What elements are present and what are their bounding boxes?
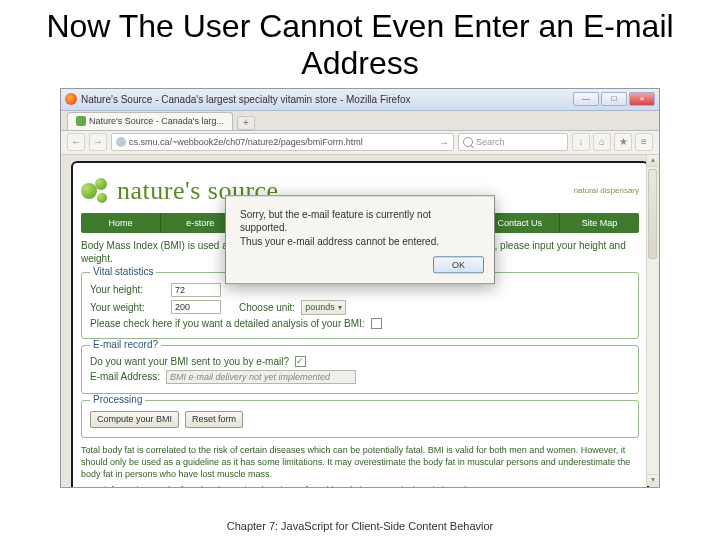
vertical-scrollbar[interactable]: ▴ ▾ — [646, 155, 658, 486]
search-placeholder: Search — [476, 137, 505, 147]
menu-icon[interactable]: ≡ — [635, 133, 653, 151]
url-text: cs.smu.ca/~webbook2e/ch07/nature2/pages/… — [129, 137, 363, 147]
height-input[interactable]: 72 — [171, 283, 221, 297]
vital-legend: Vital statistics — [90, 266, 156, 277]
maximize-button[interactable]: □ — [601, 92, 627, 106]
scroll-down-icon[interactable]: ▾ — [647, 474, 658, 486]
nav-sitemap[interactable]: Site Map — [560, 213, 639, 233]
scroll-thumb[interactable] — [648, 169, 657, 259]
forward-button[interactable]: → — [89, 133, 107, 151]
disclaimer-text: Total body fat is correlated to the risk… — [81, 444, 639, 480]
minimize-button[interactable]: — — [573, 92, 599, 106]
url-input[interactable]: cs.smu.ca/~webbook2e/ch07/nature2/pages/… — [111, 133, 454, 151]
weight-input[interactable]: 200 — [171, 300, 221, 314]
downloads-icon[interactable]: ↓ — [572, 133, 590, 151]
brand-tagline: natural dispensary — [574, 186, 639, 195]
email-legend: E-mail record? — [90, 339, 161, 350]
email-input[interactable]: BMI e-mail delivery not yet implemented — [166, 370, 356, 384]
want-email-label: Do you want your BMI sent to you by e-ma… — [90, 356, 289, 367]
nav-home[interactable]: Home — [81, 213, 161, 233]
email-fieldset: E-mail record? Do you want your BMI sent… — [81, 345, 639, 394]
detail-label: Please check here if you want a detailed… — [90, 318, 365, 329]
browser-screenshot: Nature's Source - Canada's largest speci… — [60, 88, 660, 488]
close-button[interactable]: × — [629, 92, 655, 106]
processing-fieldset: Processing Compute your BMI Reset form — [81, 400, 639, 438]
tab-strip: Nature's Source - Canada's larg... + — [61, 111, 659, 131]
window-titlebar: Nature's Source - Canada's largest speci… — [61, 89, 659, 111]
email-addr-label: E-mail Address: — [90, 371, 160, 382]
compute-button[interactable]: Compute your BMI — [90, 411, 179, 428]
alert-ok-button[interactable]: OK — [433, 257, 484, 274]
detail-checkbox[interactable] — [371, 318, 382, 329]
unit-select[interactable]: pounds — [301, 300, 346, 315]
alert-dialog: Sorry, but the e-mail feature is current… — [225, 195, 495, 285]
want-email-checkbox[interactable] — [295, 356, 306, 367]
go-icon: → — [439, 137, 449, 148]
back-button[interactable]: ← — [67, 133, 85, 151]
bookmark-icon[interactable]: ★ — [614, 133, 632, 151]
firefox-icon — [65, 93, 77, 105]
new-tab-button[interactable]: + — [237, 116, 255, 130]
weight-label: Your weight: — [90, 302, 165, 313]
tab-label: Nature's Source - Canada's larg... — [89, 116, 224, 126]
search-icon — [463, 137, 473, 147]
address-bar: ← → cs.smu.ca/~webbook2e/ch07/nature2/pa… — [61, 131, 659, 155]
home-icon[interactable]: ⌂ — [593, 133, 611, 151]
slide-footer: Chapter 7: JavaScript for Client-Side Co… — [0, 520, 720, 532]
globe-icon — [116, 137, 126, 147]
slide-title: Now The User Cannot Even Enter an E-mail… — [0, 0, 720, 88]
reset-button[interactable]: Reset form — [185, 411, 243, 428]
alert-line2: Thus your e-mail address cannot be enter… — [240, 235, 480, 249]
unit-label: Choose unit: — [239, 302, 295, 313]
window-title: Nature's Source - Canada's largest speci… — [81, 94, 411, 105]
processing-legend: Processing — [90, 394, 145, 405]
browser-tab[interactable]: Nature's Source - Canada's larg... — [67, 112, 233, 130]
search-input[interactable]: Search — [458, 133, 568, 151]
logo-icon — [81, 176, 111, 206]
favicon-icon — [76, 116, 86, 126]
alert-line1: Sorry, but the e-mail feature is current… — [240, 208, 480, 235]
scroll-up-icon[interactable]: ▴ — [647, 155, 658, 167]
moreinfo-text: More information can be found at the Nat… — [81, 484, 639, 487]
height-label: Your height: — [90, 284, 165, 295]
